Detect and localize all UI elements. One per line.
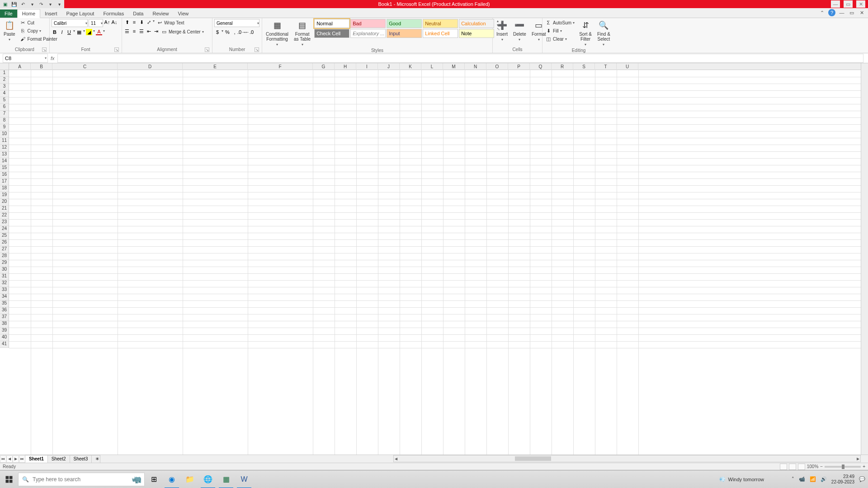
align-center-icon[interactable]: ≡	[131, 28, 137, 34]
volume-icon[interactable]: 🔊	[821, 476, 827, 482]
clear-button[interactable]: ◫Clear▾	[544, 35, 576, 42]
row-header-24[interactable]: 24	[0, 226, 9, 233]
row-header-5[interactable]: 5	[0, 97, 9, 104]
sheet-tab-1[interactable]: Sheet1	[25, 455, 48, 463]
column-header-O[interactable]: O	[486, 63, 508, 70]
cells-grid[interactable]	[9, 70, 861, 455]
column-header-E[interactable]: E	[183, 63, 248, 70]
row-header-38[interactable]: 38	[0, 321, 9, 328]
zoom-out-button[interactable]: −	[820, 464, 823, 469]
row-header-8[interactable]: 8	[0, 117, 9, 124]
page-layout-view-button[interactable]	[789, 464, 796, 470]
window-minimize-icon[interactable]: —	[838, 9, 845, 16]
conditional-formatting-button[interactable]: ▦Conditional Formatting▾	[264, 19, 290, 47]
sheet-nav-first-icon[interactable]: ⏮	[0, 455, 6, 463]
style-cell-calculation[interactable]: Calculation	[459, 19, 494, 28]
orientation-icon[interactable]: ⤢	[146, 19, 152, 25]
style-cell-good[interactable]: Good	[387, 19, 422, 28]
percent-format-icon[interactable]: %	[224, 29, 231, 35]
word-taskbar-icon[interactable]: W	[235, 470, 253, 488]
accounting-format-icon[interactable]: $	[214, 29, 221, 35]
sheet-nav-last-icon[interactable]: ⏭	[19, 455, 25, 463]
row-header-20[interactable]: 20	[0, 199, 9, 206]
column-header-G[interactable]: G	[313, 63, 335, 70]
row-header-17[interactable]: 17	[0, 178, 9, 185]
close-button[interactable]: ✕	[856, 0, 865, 8]
notifications-icon[interactable]: 💬	[859, 476, 865, 482]
number-dialog-icon[interactable]: ↘	[255, 47, 259, 52]
style-cell-linked-cell[interactable]: Linked Cell	[423, 29, 458, 38]
select-all-corner[interactable]	[0, 63, 9, 70]
tab-review[interactable]: Review	[148, 9, 173, 18]
column-header-Q[interactable]: Q	[530, 63, 552, 70]
sheet-nav-prev-icon[interactable]: ◀	[6, 455, 13, 463]
tab-file[interactable]: File	[0, 9, 17, 18]
redo-button[interactable]: ↷	[37, 0, 45, 8]
autosum-button[interactable]: ΣAutoSum▾	[544, 19, 576, 26]
maximize-button[interactable]: ▭	[844, 0, 853, 8]
style-cell-note[interactable]: Note	[459, 29, 494, 38]
row-header-15[interactable]: 15	[0, 165, 9, 172]
row-header-39[interactable]: 39	[0, 328, 9, 334]
increase-indent-icon[interactable]: ⇥	[153, 28, 159, 34]
file-explorer-taskbar-icon[interactable]: 📁	[181, 470, 199, 488]
row-header-18[interactable]: 18	[0, 185, 9, 192]
style-cell-bad[interactable]: Bad	[350, 19, 386, 28]
tab-home[interactable]: Home	[17, 9, 40, 18]
edge-taskbar-icon[interactable]: ◉	[163, 470, 181, 488]
row-header-34[interactable]: 34	[0, 294, 9, 300]
hscroll-thumb[interactable]	[515, 456, 551, 461]
undo-button[interactable]: ↶	[19, 0, 27, 8]
bold-button[interactable]: B	[52, 29, 58, 35]
column-header-R[interactable]: R	[552, 63, 573, 70]
sort-filter-button[interactable]: ⇵Sort & Filter▾	[577, 19, 594, 47]
underline-button[interactable]: U	[66, 29, 72, 35]
find-select-button[interactable]: 🔍Find & Select▾	[595, 19, 612, 47]
row-header-29[interactable]: 29	[0, 260, 9, 267]
column-header-A[interactable]: A	[9, 63, 31, 70]
align-right-icon[interactable]: ☰	[138, 28, 145, 34]
row-header-26[interactable]: 26	[0, 239, 9, 246]
column-header-D[interactable]: D	[118, 63, 183, 70]
tab-insert[interactable]: Insert	[40, 9, 62, 18]
formula-input[interactable]	[57, 54, 863, 63]
excel-taskbar-icon[interactable]: ▦	[217, 470, 235, 488]
row-header-7[interactable]: 7	[0, 111, 9, 117]
row-header-4[interactable]: 4	[0, 90, 9, 97]
new-sheet-button[interactable]: ✳	[91, 455, 100, 463]
fill-button[interactable]: ⬇Fill▾	[544, 27, 576, 34]
column-header-M[interactable]: M	[443, 63, 465, 70]
window-restore-icon[interactable]: ▭	[848, 9, 855, 16]
tab-page-layout[interactable]: Page Layout	[62, 9, 99, 18]
fx-icon[interactable]: fx	[51, 56, 55, 61]
column-header-N[interactable]: N	[465, 63, 486, 70]
row-header-1[interactable]: 1	[0, 70, 9, 77]
fill-color-button[interactable]: ◢	[86, 29, 92, 35]
weather-widget[interactable]: 💨 Windy tomorrow	[719, 476, 764, 482]
start-button[interactable]	[0, 470, 18, 488]
align-bottom-icon[interactable]: ⬇	[138, 19, 145, 25]
column-header-J[interactable]: J	[378, 63, 400, 70]
row-header-32[interactable]: 32	[0, 280, 9, 287]
align-middle-icon[interactable]: ≡	[131, 19, 137, 25]
row-header-9[interactable]: 9	[0, 124, 9, 131]
tab-data[interactable]: Data	[128, 9, 148, 18]
row-header-28[interactable]: 28	[0, 253, 9, 260]
row-header-14[interactable]: 14	[0, 158, 9, 165]
decrease-indent-icon[interactable]: ⇤	[146, 28, 152, 34]
row-header-21[interactable]: 21	[0, 206, 9, 212]
style-cell-check-cell[interactable]: Check Cell	[314, 29, 349, 38]
column-header-B[interactable]: B	[31, 63, 52, 70]
tab-view[interactable]: View	[174, 9, 193, 18]
name-box-dropdown-icon[interactable]: ▾	[45, 56, 47, 60]
vertical-scrollbar[interactable]	[861, 63, 868, 455]
meet-now-icon[interactable]: 📹	[799, 476, 805, 482]
undo-dropdown[interactable]: ▾	[28, 0, 36, 8]
row-header-25[interactable]: 25	[0, 233, 9, 239]
style-cell-normal[interactable]: Normal	[314, 19, 349, 28]
number-format-combo[interactable]: General▾	[214, 19, 259, 27]
column-header-I[interactable]: I	[356, 63, 378, 70]
task-view-button[interactable]: ⊞	[145, 470, 163, 488]
row-header-3[interactable]: 3	[0, 84, 9, 90]
sheet-tab-3[interactable]: Sheet3	[70, 455, 92, 463]
